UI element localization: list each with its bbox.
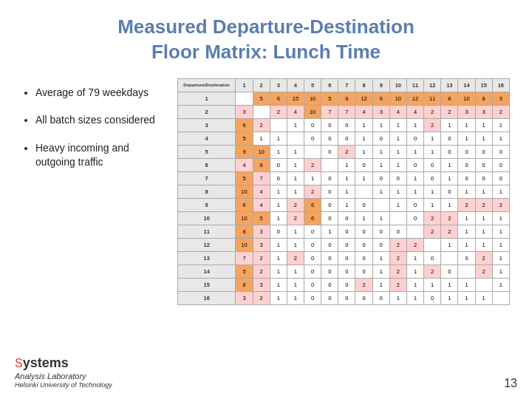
matrix-cell: 0 — [338, 251, 355, 265]
matrix-cell: 1 — [406, 251, 423, 265]
matrix-cell: 1 — [253, 132, 270, 145]
matrix-cell — [424, 238, 441, 251]
matrix-cell: 3 — [253, 225, 270, 238]
matrix-row-header: 16 — [178, 291, 236, 304]
matrix-cell: 1 — [441, 238, 458, 251]
matrix-cell: 1 — [424, 132, 441, 145]
matrix-cell: 1 — [372, 211, 389, 225]
matrix-cell: 1 — [287, 158, 304, 171]
matrix-cell: 3 — [253, 238, 270, 251]
matrix-row-header: 5 — [178, 145, 236, 158]
matrix-cell: 1 — [441, 171, 458, 185]
matrix-cell: 0 — [372, 225, 389, 238]
matrix-cell: 1 — [441, 278, 458, 291]
matrix-row-header: 15 — [178, 278, 236, 291]
matrix-cell: 1 — [492, 225, 509, 238]
matrix-cell: 1 — [270, 251, 287, 265]
matrix-cell — [389, 211, 406, 225]
matrix-cell: 0 — [321, 171, 338, 185]
matrix-cell: 1 — [321, 225, 338, 238]
table-row: 81041120111110111 — [178, 185, 510, 198]
matrix-cell: 0 — [406, 132, 423, 145]
matrix-cell: 1 — [406, 278, 423, 291]
matrix-cell: 1 — [270, 238, 287, 251]
matrix-cell: 0 — [475, 145, 492, 158]
matrix-cell: 2 — [475, 251, 492, 265]
matrix-cell: 0 — [372, 132, 389, 145]
matrix-cell: 10 — [304, 105, 321, 118]
matrix-cell: 4 — [355, 105, 372, 118]
matrix-cell: 0 — [338, 265, 355, 278]
matrix-cell: 0 — [372, 171, 389, 185]
matrix-cell: 0 — [338, 291, 355, 304]
logo-systems: Systems — [15, 355, 112, 371]
matrix-cell: 15 — [287, 92, 304, 105]
table-row: 15831100021211111 — [178, 278, 510, 291]
table-row: 23241077434422332 — [178, 105, 510, 118]
matrix-cell: 2 — [389, 265, 406, 278]
matrix-cell: 0 — [441, 265, 458, 278]
matrix-cell: 8 — [441, 92, 458, 105]
matrix-cell: 10 — [236, 211, 253, 225]
matrix-cell: 1 — [355, 132, 372, 145]
matrix-cell: 0 — [270, 225, 287, 238]
matrix-col-header: 10 — [389, 78, 406, 92]
matrix-col-header: 8 — [355, 78, 372, 92]
matrix-cell: 1 — [389, 132, 406, 145]
matrix-cell: 1 — [441, 158, 458, 171]
matrix-cell: 8 — [236, 225, 253, 238]
matrix-cell: 2 — [424, 211, 441, 225]
matrix-col-header: 9 — [372, 78, 389, 92]
matrix-cell: 0 — [355, 251, 372, 265]
matrix-cell: 0 — [304, 132, 321, 145]
table-row: 11830101000022111 — [178, 225, 510, 238]
matrix-cell: 7 — [236, 251, 253, 265]
matrix-cell: 0 — [321, 211, 338, 225]
matrix-cell: 1 — [372, 278, 389, 291]
matrix-cell: 0 — [304, 225, 321, 238]
matrix-cell: 8 — [253, 158, 270, 171]
matrix-cell: 1 — [475, 185, 492, 198]
matrix-cell: 6 — [372, 92, 389, 105]
matrix-cell: 0 — [321, 132, 338, 145]
matrix-cell: 3 — [458, 105, 475, 118]
matrix-cell: 1 — [492, 278, 509, 291]
matrix-cell: 5 — [236, 171, 253, 185]
matrix-cell: 1 — [372, 118, 389, 132]
matrix-cell: 1 — [475, 225, 492, 238]
matrix-cell: 10 — [389, 92, 406, 105]
bullet-list: Average of 79 weekdaysAll batch sizes co… — [22, 78, 170, 366]
matrix-cell: 1 — [372, 185, 389, 198]
matrix-cell: 9 — [236, 145, 253, 158]
matrix-cell: 6 — [236, 198, 253, 211]
matrix-cell: 1 — [424, 185, 441, 198]
matrix-cell: 3 — [253, 278, 270, 291]
matrix-cell: 6 — [304, 211, 321, 225]
matrix-cell: 0 — [372, 291, 389, 304]
matrix-cell: 2 — [253, 251, 270, 265]
matrix-cell: 3 — [372, 105, 389, 118]
matrix-cell: 1 — [389, 185, 406, 198]
matrix-cell: 0 — [389, 171, 406, 185]
matrix-cell: 0 — [304, 278, 321, 291]
matrix-cell: 2 — [492, 198, 509, 211]
matrix-row-header: 1 — [178, 92, 236, 105]
matrix-cell: 4 — [253, 198, 270, 211]
matrix-cell: 0 — [355, 291, 372, 304]
matrix-cell: 0 — [338, 118, 355, 132]
matrix-cell: 0 — [406, 211, 423, 225]
matrix-cell: 2 — [475, 198, 492, 211]
matrix-cell — [355, 185, 372, 198]
matrix-cell: 1 — [355, 118, 372, 132]
table-row: 9641260101011222 — [178, 198, 510, 211]
matrix-cell: 10 — [458, 92, 475, 105]
matrix-cell: 1 — [287, 238, 304, 251]
matrix-cell: 0 — [338, 211, 355, 225]
matrix-cell: 0 — [406, 198, 423, 211]
matrix-cell: 0 — [321, 198, 338, 211]
matrix-cell: 0 — [321, 118, 338, 132]
matrix-cell: 2 — [441, 225, 458, 238]
matrix-cell: 1 — [406, 171, 423, 185]
matrix-cell: 12 — [406, 92, 423, 105]
matrix-cell: 1 — [406, 145, 423, 158]
